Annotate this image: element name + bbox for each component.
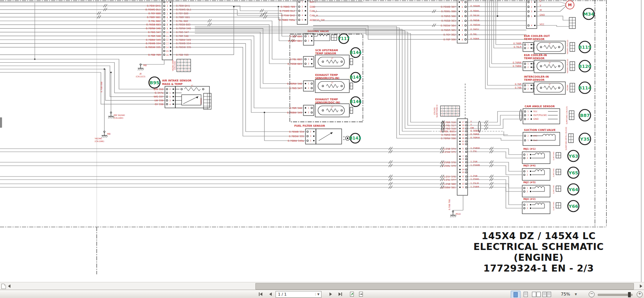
page-dropdown-icon[interactable]: ▼ — [315, 293, 321, 296]
svg-text:M8 YAZAKI: M8 YAZAKI — [114, 114, 125, 116]
svg-text:1: 1 — [462, 150, 464, 153]
svg-text:0.76BR: 0.76BR — [470, 38, 479, 40]
component-y35: SUCTION CONT.VALVE2(Hi)1(Lo)SUMITOMO MTP… — [523, 127, 591, 150]
svg-text:CAM ANGLE SENSOR: CAM ANGLE SENSOR — [525, 105, 555, 108]
page-indicator: 1 / 1 — [276, 292, 315, 297]
svg-text:6: 6 — [167, 16, 168, 18]
svg-text:1: 1 — [527, 43, 529, 46]
previous-page-button[interactable] — [266, 291, 275, 298]
svg-text:0.76GW 335: 0.76GW 335 — [289, 135, 304, 138]
svg-text:GND: GND — [533, 118, 539, 120]
svg-text:2: 2 — [527, 47, 529, 49]
svg-text:Vcc: Vcc — [533, 110, 538, 113]
svg-text:BrR 350: BrR 350 — [154, 88, 164, 91]
svg-text:1: 1 — [527, 203, 528, 206]
view-facing-icon — [532, 292, 541, 297]
svg-text:t°: t° — [332, 81, 333, 84]
svg-text:0.76RW: 0.76RW — [470, 136, 480, 139]
svg-text:G 347a: G 347a — [155, 92, 164, 94]
zoom-dropdown-icon[interactable]: ▼ — [575, 293, 577, 296]
svg-text:5: 5 — [302, 18, 303, 21]
svg-text:16: 16 — [442, 114, 443, 116]
svg-text:1: 1 — [308, 107, 309, 109]
title-line-3: 17729324-1 EN - 2/3 — [455, 263, 622, 274]
svg-text:VCC: VCC — [540, 23, 544, 26]
svg-text:Y65: Y65 — [568, 170, 578, 175]
view-book-icon — [542, 292, 551, 297]
svg-text:1: 1 — [442, 106, 443, 108]
svg-text:8: 8 — [462, 175, 464, 178]
svg-text:T: T — [470, 124, 472, 126]
ecu-connector: 170.76R 316Y190.76L 317T180.76G 318OB150… — [0, 26, 523, 208]
view-book-button[interactable] — [542, 291, 551, 298]
component-b145: EXHAUST TEMPSENSOR(CFS-IN)10.76RW 34620.… — [287, 72, 361, 93]
svg-text:20: 20 — [462, 133, 464, 136]
document-canvas[interactable]: 230.76W DH10.76W DH140.76WG DL10.76WG DL… — [0, 0, 644, 282]
svg-text:2: 2 — [527, 87, 529, 90]
svg-text:WG 337: WG 337 — [154, 95, 164, 98]
zoom-slider-handle[interactable] — [628, 292, 631, 297]
page-number-combobox[interactable]: 1 / 1 ▼ — [276, 291, 321, 298]
next-page-button[interactable] — [326, 291, 335, 298]
svg-text:B145: B145 — [350, 75, 361, 80]
svg-text:4: 4 — [462, 178, 464, 181]
view-continuous-button[interactable] — [521, 291, 530, 298]
svg-text:2: 2 — [308, 39, 309, 42]
svg-text:0.76GW 335: 0.76GW 335 — [145, 46, 161, 49]
zoom-out-button[interactable]: − — [589, 291, 595, 297]
svg-text:YAZAKI (CN.E13): YAZAKI (CN.E13) — [566, 40, 569, 55]
svg-text:7: 7 — [462, 10, 463, 13]
view-single-button[interactable] — [511, 291, 520, 298]
svg-text:GY 336: GY 336 — [155, 103, 164, 106]
svg-text:2: 2 — [308, 87, 309, 89]
svg-text:4: 4 — [167, 8, 168, 11]
last-page-icon — [339, 292, 341, 296]
svg-text:0.75WG DL2: 0.75WG DL2 — [280, 10, 295, 13]
zoom-in-button[interactable]: + — [637, 291, 643, 297]
svg-text:ADRESS_SW: ADRESS_SW — [310, 19, 325, 22]
svg-text:8: 8 — [167, 23, 168, 26]
svg-text:INJ3 (#4): INJ3 (#4) — [523, 164, 536, 167]
zoom-level-value[interactable]: 75% — [561, 292, 570, 297]
scroll-right-icon — [640, 284, 642, 288]
svg-text:9: 9 — [462, 38, 463, 41]
svg-text:17: 17 — [462, 121, 464, 123]
scroll-left-button[interactable] — [7, 283, 12, 289]
fit-width-button[interactable] — [357, 291, 365, 298]
last-page-button[interactable] — [336, 291, 344, 298]
svg-text:EXHAUST TEMP: EXHAUST TEMP — [315, 73, 338, 77]
svg-text:15: 15 — [166, 50, 169, 52]
svg-text:2: 2 — [302, 5, 303, 8]
svg-text:EGR COOLER-IN: EGR COOLER-IN — [524, 54, 547, 57]
svg-text:SUMITOMO D: SUMITOMO D — [436, 105, 438, 118]
svg-text:5: 5 — [531, 15, 532, 17]
svg-text:2: 2 — [527, 207, 528, 209]
zoom-slider[interactable] — [598, 294, 633, 296]
view-continuous-icon — [524, 292, 528, 297]
svg-text:0.76BW: 0.76BW — [513, 65, 522, 68]
fit-page-button[interactable] — [348, 291, 356, 298]
svg-text:2: 2 — [182, 60, 183, 62]
scroll-right-button[interactable] — [638, 283, 644, 289]
svg-text:2: 2 — [310, 130, 311, 133]
svg-text:0.76L 682: 0.76L 682 — [149, 20, 161, 23]
scrollbar-thumb[interactable] — [255, 283, 634, 290]
svg-text:5: 5 — [462, 147, 464, 150]
horizontal-scrollbar[interactable] — [0, 282, 644, 290]
svg-text:(CN.D96): (CN.D96) — [95, 140, 104, 142]
title-block: 145X4 DZ / 145X4 LC ELECTRICAL SCHEMATIC… — [455, 230, 622, 274]
svg-text:9: 9 — [178, 66, 179, 68]
svg-text:0.75W DH2: 0.75W DH2 — [281, 14, 295, 17]
ground-m8-d13: M8J8(CN.D13) — [136, 60, 164, 78]
svg-text:6: 6 — [442, 109, 443, 111]
first-page-button[interactable] — [256, 291, 265, 298]
svg-text:0.76B 798: 0.76B 798 — [448, 199, 451, 210]
svg-text:18: 18 — [462, 127, 464, 130]
svg-text:Y66: Y66 — [568, 204, 578, 209]
title-line-2: ELECTRICAL SCHEMATIC (ENGINE) — [455, 241, 622, 263]
view-facing-button[interactable] — [532, 291, 541, 298]
svg-text:YAZAKI: YAZAKI — [94, 137, 102, 140]
svg-text:2: 2 — [308, 111, 309, 113]
svg-text:10: 10 — [462, 171, 464, 173]
svg-text:0.76WB 334: 0.76WB 334 — [289, 131, 304, 133]
